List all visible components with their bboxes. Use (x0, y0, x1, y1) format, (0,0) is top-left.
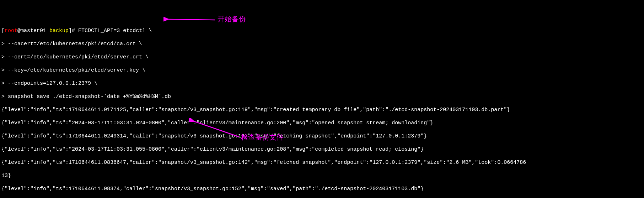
terminal-line: > --cert=/etc/kubernetes/pki/etcd/server… (1, 54, 643, 61)
terminal-line: > --cacert=/etc/kubernetes/pki/etcd/ca.c… (1, 41, 643, 48)
command-text[interactable]: ETCDCTL_API=3 etcdctl \ (75, 28, 152, 34)
svg-line-0 (168, 19, 215, 20)
terminal-line: > --endpoints=127.0.0.1:2379 \ (1, 80, 643, 87)
arrow-icon (163, 15, 217, 24)
output-line: {"level":"info","ts":"2024-03-17T11:03:3… (1, 146, 643, 153)
output-line: 13} (1, 173, 643, 179)
annotation-start-backup: 开始备份 (218, 16, 246, 22)
prompt-user: root (5, 28, 17, 34)
prompt-dir: backup (46, 28, 69, 34)
terminal-line: [root@master01 backup]# ETCDCTL_API=3 et… (1, 28, 643, 35)
annotation-check-backup: 检查备份文件 (241, 134, 284, 141)
terminal-line: > snapshot save ./etcd-snapshot-`date +%… (1, 94, 643, 100)
command-continuation[interactable]: > --endpoints=127.0.0.1:2379 \ (1, 80, 97, 87)
output-line: {"level":"info","ts":1710644611.0171125,… (1, 107, 643, 114)
command-continuation[interactable]: > --cert=/etc/kubernetes/pki/etcd/server… (1, 54, 149, 60)
output-line: {"level":"info","ts":"2024-03-17T11:03:3… (1, 120, 643, 127)
prompt-bracket: [ (1, 28, 5, 34)
command-continuation[interactable]: > --cacert=/etc/kubernetes/pki/etcd/ca.c… (1, 41, 142, 47)
prompt-host: master01 (21, 28, 46, 34)
command-continuation[interactable]: > --key=/etc/kubernetes/pki/etcd/server.… (1, 67, 145, 73)
prompt-bracket: ] (69, 28, 72, 34)
output-line: {"level":"info","ts":1710644611.08374,"c… (1, 186, 643, 193)
output-line: {"level":"info","ts":1710644611.0249314,… (1, 133, 643, 140)
prompt-at: @ (17, 28, 21, 34)
output-line: {"level":"info","ts":1710644611.0836647,… (1, 160, 643, 166)
command-continuation[interactable]: > snapshot save ./etcd-snapshot-`date +%… (1, 94, 171, 100)
terminal-line: > --key=/etc/kubernetes/pki/etcd/server.… (1, 67, 643, 74)
prompt-hash: # (72, 28, 75, 34)
